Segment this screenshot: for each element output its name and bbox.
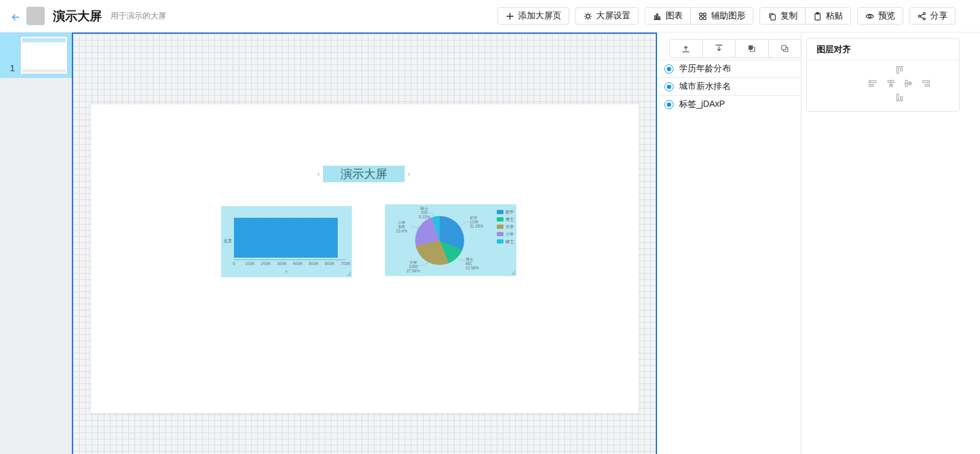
layer-visibility-radio[interactable] bbox=[664, 82, 674, 91]
layer-item[interactable]: 城市薪水排名 bbox=[658, 77, 801, 95]
layer-visibility-radio[interactable] bbox=[664, 100, 674, 109]
resize-handle[interactable] bbox=[346, 272, 351, 277]
align-panel-title: 图层对齐 bbox=[807, 39, 959, 60]
align-left-icon bbox=[868, 79, 877, 88]
screen-settings-button[interactable]: 大屏设置 bbox=[575, 7, 639, 25]
title-label-widget[interactable]: ‹ 演示大屏 › bbox=[323, 166, 405, 182]
align-left-button[interactable] bbox=[866, 77, 879, 90]
move-to-bottom-icon bbox=[714, 44, 724, 53]
pie-label: 博士48112.58% bbox=[465, 257, 479, 270]
align-horizontal-center-button[interactable] bbox=[885, 77, 897, 90]
page-surface bbox=[91, 104, 639, 413]
legend-chip bbox=[497, 239, 504, 244]
legend-label: 硕士 bbox=[505, 239, 514, 245]
align-top-icon bbox=[895, 65, 904, 75]
page-subtitle: 用于演示的大屏 bbox=[111, 10, 166, 21]
layer-list: 学历年龄分布 城市薪水排名 标签_jDAxP bbox=[658, 60, 801, 113]
bar-chart-icon bbox=[653, 12, 662, 21]
bar-series bbox=[234, 218, 338, 258]
align-right-button[interactable] bbox=[920, 77, 932, 90]
bar-axis-hint: ≥ bbox=[221, 269, 352, 273]
bar-chart-widget[interactable]: 北京 0100K200K300K400K500K600K700K ≥ bbox=[221, 206, 352, 277]
align-right-icon bbox=[921, 79, 931, 88]
legend-chip bbox=[497, 210, 504, 214]
bar-xaxis-tick: 400K bbox=[293, 261, 303, 266]
bring-forward-icon bbox=[747, 44, 756, 53]
share-nodes-icon bbox=[917, 12, 927, 21]
insert-button-group: 图表 辅助图形 bbox=[645, 7, 753, 25]
send-backward-button[interactable] bbox=[769, 40, 801, 57]
layer-item[interactable]: 学历年龄分布 bbox=[658, 60, 801, 77]
page-number: 1 bbox=[10, 63, 15, 73]
page-list-item-selected[interactable]: 1 bbox=[0, 33, 72, 78]
back-arrow-icon bbox=[11, 12, 20, 21]
plus-icon bbox=[505, 12, 515, 21]
move-to-bottom-button[interactable] bbox=[703, 40, 736, 57]
pie-label: 大学105327.54% bbox=[401, 260, 426, 273]
gear-icon bbox=[583, 12, 593, 21]
layers-panel: 学历年龄分布 城市薪水排名 标签_jDAxP bbox=[658, 33, 801, 454]
grid-shapes-icon bbox=[698, 12, 707, 21]
align-horizontal-center-icon bbox=[886, 79, 896, 88]
pie-legend-item[interactable]: 初中 bbox=[497, 210, 514, 215]
resize-handle-left[interactable]: ‹ bbox=[317, 166, 320, 182]
move-to-top-button[interactable] bbox=[670, 40, 702, 57]
bring-forward-button[interactable] bbox=[736, 40, 768, 57]
legend-chip bbox=[497, 225, 504, 229]
align-buttons bbox=[807, 60, 959, 111]
pie-legend-item[interactable]: 硕士 bbox=[497, 239, 514, 244]
clipboard-icon bbox=[813, 12, 822, 21]
pie-legend-item[interactable]: 大学 bbox=[497, 225, 514, 229]
legend-label: 大学 bbox=[505, 224, 514, 230]
send-backward-icon bbox=[780, 44, 790, 53]
resize-handle[interactable] bbox=[511, 271, 516, 275]
app-root: 演示大屏 用于演示的大屏 添加大屏页 大屏设置 bbox=[0, 0, 980, 454]
legend-label: 小学 bbox=[505, 231, 514, 237]
eye-icon bbox=[865, 12, 874, 21]
align-vertical-middle-button[interactable] bbox=[902, 77, 914, 90]
align-bottom-button[interactable] bbox=[893, 91, 906, 104]
toolbar-right: 添加大屏页 大屏设置 图表 bbox=[497, 7, 980, 25]
layer-visibility-radio[interactable] bbox=[664, 64, 674, 74]
add-page-button[interactable]: 添加大屏页 bbox=[497, 7, 569, 25]
legend-label: 博士 bbox=[505, 217, 514, 223]
aux-shape-button[interactable]: 辅助图形 bbox=[691, 8, 753, 24]
paste-button[interactable]: 粘贴 bbox=[806, 8, 850, 24]
legend-label: 初中 bbox=[505, 209, 514, 215]
layer-item[interactable]: 标签_jDAxP bbox=[658, 95, 801, 113]
copy-button[interactable]: 复制 bbox=[760, 8, 805, 24]
align-top-button[interactable] bbox=[893, 64, 906, 76]
bar-xaxis-tick: 100K bbox=[245, 261, 255, 266]
chart-button[interactable]: 图表 bbox=[645, 8, 690, 24]
page-thumbnail bbox=[20, 36, 68, 74]
title-label-text: 演示大屏 bbox=[341, 167, 387, 180]
resize-handle-right[interactable]: › bbox=[408, 166, 410, 182]
pie-legend-item[interactable]: 博士 bbox=[497, 217, 514, 222]
bar-xaxis-tick: 0 bbox=[233, 261, 235, 266]
share-button[interactable]: 分享 bbox=[909, 7, 955, 25]
legend-chip bbox=[497, 217, 504, 221]
bar-xaxis-tick: 700K bbox=[341, 261, 351, 266]
bar-xaxis-tick: 600K bbox=[325, 261, 335, 266]
bar-category-label: 北京 bbox=[224, 238, 232, 244]
screen-cover-thumbnail bbox=[26, 7, 45, 25]
pie-legend: 初中博士大学小学硕士 bbox=[497, 210, 514, 247]
top-toolbar: 演示大屏 用于演示的大屏 添加大屏页 大屏设置 bbox=[0, 0, 980, 33]
layer-label: 标签_jDAxP bbox=[679, 99, 725, 110]
pie-label: 初中119531.25% bbox=[470, 215, 483, 228]
bar-plot-area bbox=[234, 214, 346, 260]
layer-label: 学历年龄分布 bbox=[679, 63, 731, 74]
pie-circle bbox=[415, 216, 464, 265]
canvas-grid: ‹ 演示大屏 › 北京 0100K200K300K400K500K600K700… bbox=[72, 33, 657, 454]
pie-chart-widget[interactable]: 初中119531.25% 博士48112.58% 大学105327.54% 小学… bbox=[385, 204, 516, 276]
page-title: 演示大屏 bbox=[53, 8, 102, 25]
bar-xaxis-ticks: 0100K200K300K400K500K600K700K bbox=[221, 261, 352, 267]
align-vertical-middle-icon bbox=[903, 79, 913, 88]
back-button[interactable] bbox=[6, 7, 25, 25]
align-bottom-icon bbox=[895, 93, 904, 102]
bar-xaxis-tick: 500K bbox=[309, 261, 319, 266]
copy-icon bbox=[768, 12, 777, 21]
preview-button[interactable]: 预览 bbox=[857, 7, 903, 25]
legend-chip bbox=[497, 232, 504, 236]
pie-legend-item[interactable]: 小学 bbox=[497, 232, 514, 237]
